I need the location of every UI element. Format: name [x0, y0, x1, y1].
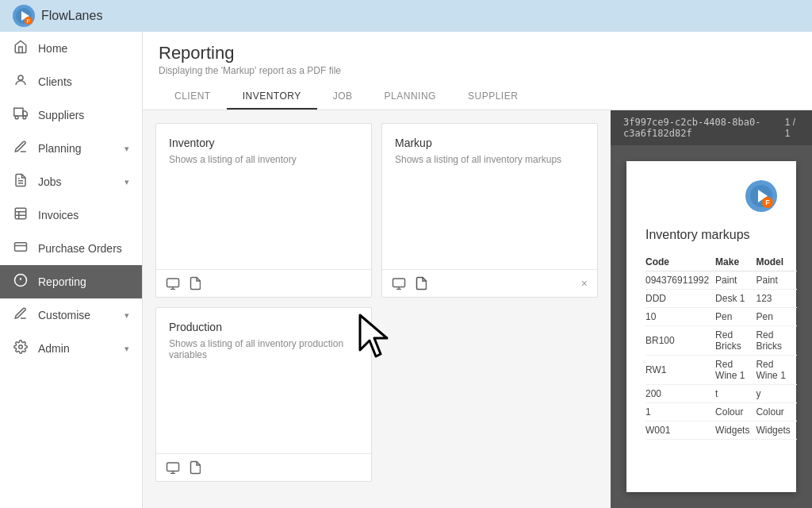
jobs-chevron-icon: ▾ [124, 177, 129, 187]
svg-rect-25 [393, 279, 405, 287]
jobs-icon [13, 173, 29, 190]
sidebar-label-purchase-orders: Purchase Orders [38, 242, 122, 255]
report-card-markup-footer: × [382, 269, 597, 297]
pdf-toolbar: 3f997ce9-c2cb-4408-8ba0-c3a6f182d82f 1 /… [611, 110, 812, 145]
report-card-markup-body: Markup Shows a listing of all inventory … [382, 124, 597, 269]
main-layout: Home Clients Suppliers [0, 32, 812, 508]
reports-area: Inventory Shows a listing of all invento… [143, 110, 812, 508]
report-card-production-body: Production Shows a listing of all invent… [156, 308, 371, 453]
tab-supplier[interactable]: SUPPLIER [452, 84, 534, 110]
markup-close-button[interactable]: × [581, 277, 588, 290]
clients-icon [13, 73, 29, 90]
app-logo[interactable]: F FlowLanes [13, 5, 102, 27]
report-card-markup: Markup Shows a listing of all inventory … [381, 123, 598, 298]
table-row: BR100Red BricksRed Bricks [645, 326, 797, 356]
planning-chevron-icon: ▾ [124, 144, 129, 154]
page-subtitle: Displaying the 'Markup' report as a PDF … [159, 65, 796, 76]
report-card-inventory-footer [156, 269, 371, 297]
inventory-monitor-button[interactable] [166, 277, 180, 290]
pdf-content[interactable]: F Inventory markups Code Make Model [611, 145, 812, 508]
report-card-production-title: Production [169, 321, 358, 333]
svg-rect-22 [167, 279, 179, 287]
table-row: 094376911992PaintPaint [645, 271, 797, 290]
sidebar: Home Clients Suppliers [0, 32, 143, 508]
sidebar-label-admin: Admin [38, 342, 70, 355]
logo-icon: F [13, 5, 35, 27]
pdf-col-model: Model [756, 253, 796, 271]
svg-text:F: F [765, 198, 770, 206]
report-card-markup-title: Markup [395, 137, 584, 149]
sidebar-item-invoices[interactable]: Invoices [0, 198, 142, 232]
table-row: W001WidgetsWidgets [645, 421, 797, 440]
table-row: 200ty [645, 385, 797, 403]
table-row: DDDDesk 1123 [645, 290, 797, 308]
topbar: F FlowLanes [0, 0, 812, 32]
table-row: RW1Red Wine 1Red Wine 1 [645, 356, 797, 385]
svg-point-5 [18, 75, 23, 80]
report-card-production-footer [156, 453, 371, 481]
sidebar-item-admin[interactable]: Admin ▾ [0, 332, 142, 365]
svg-rect-6 [14, 108, 23, 116]
admin-icon [13, 340, 29, 357]
admin-chevron-icon: ▾ [124, 344, 129, 354]
sidebar-item-customise[interactable]: Customise ▾ [0, 298, 142, 332]
sidebar-item-planning[interactable]: Planning ▾ [0, 132, 142, 165]
report-card-inventory-body: Inventory Shows a listing of all invento… [156, 124, 371, 269]
pdf-preview-panel: 3f997ce9-c2cb-4408-8ba0-c3a6f182d82f 1 /… [611, 110, 812, 508]
sidebar-label-jobs: Jobs [38, 175, 62, 188]
report-card-markup-desc: Shows a listing of all inventory markups [395, 154, 584, 165]
cards-panel: Inventory Shows a listing of all invento… [143, 110, 611, 508]
app-title: FlowLanes [41, 9, 102, 23]
sidebar-item-home[interactable]: Home [0, 32, 142, 65]
customise-icon [13, 306, 29, 324]
sidebar-item-reporting[interactable]: Reporting [0, 265, 142, 298]
production-monitor-button[interactable] [166, 461, 180, 474]
svg-rect-16 [15, 243, 27, 252]
table-row: 1ColourColour [645, 403, 797, 421]
svg-point-8 [15, 116, 18, 119]
sidebar-label-invoices: Invoices [38, 209, 79, 221]
sidebar-label-clients: Clients [38, 75, 72, 88]
sidebar-item-jobs[interactable]: Jobs ▾ [0, 165, 142, 198]
table-row: 10PenPen [645, 308, 797, 326]
production-file-button[interactable] [188, 460, 201, 475]
sidebar-label-planning: Planning [38, 142, 82, 155]
tab-job[interactable]: JOB [317, 84, 369, 110]
suppliers-icon [13, 106, 29, 124]
pdf-col-make: Make [715, 253, 756, 271]
sidebar-label-suppliers: Suppliers [38, 109, 84, 121]
tab-planning[interactable]: PLANNING [369, 84, 452, 110]
svg-rect-12 [15, 208, 26, 219]
pdf-report-title: Inventory markups [645, 228, 777, 242]
inventory-file-button[interactable] [188, 276, 201, 291]
svg-rect-28 [167, 463, 179, 471]
pdf-logo-area: F [645, 180, 777, 212]
report-card-inventory-title: Inventory [169, 137, 358, 149]
report-card-inventory-desc: Shows a listing of all inventory [169, 154, 358, 165]
customise-chevron-icon: ▾ [124, 310, 129, 321]
tab-client[interactable]: CLIENT [159, 84, 227, 110]
page-header: Reporting Displaying the 'Markup' report… [143, 32, 812, 110]
sidebar-item-clients[interactable]: Clients [0, 65, 142, 98]
sidebar-item-suppliers[interactable]: Suppliers [0, 98, 142, 132]
sidebar-label-reporting: Reporting [38, 275, 86, 288]
pdf-logo-icon: F [745, 180, 777, 212]
sidebar-label-home: Home [38, 42, 67, 55]
markup-monitor-button[interactable] [392, 277, 406, 290]
pdf-pages: 1 / 1 [785, 117, 799, 139]
invoices-icon [13, 206, 29, 224]
markup-file-button[interactable] [414, 276, 427, 291]
tabs-bar: CLIENT INVENTORY JOB PLANNING SUPPLIER [159, 84, 796, 110]
sidebar-label-customise: Customise [38, 309, 90, 321]
content-area: Reporting Displaying the 'Markup' report… [143, 32, 812, 508]
report-card-inventory: Inventory Shows a listing of all invento… [155, 123, 372, 298]
tab-inventory[interactable]: INVENTORY [227, 84, 317, 110]
sidebar-item-purchase-orders[interactable]: Purchase Orders [0, 232, 142, 265]
purchase-orders-icon [13, 240, 29, 257]
pdf-table: Code Make Model 094376911992PaintPaintDD… [645, 253, 797, 440]
svg-marker-7 [23, 111, 27, 116]
planning-icon [13, 140, 29, 157]
svg-point-21 [19, 345, 23, 349]
report-card-production-desc: Shows a listing of all inventory product… [169, 338, 358, 360]
svg-point-9 [23, 116, 26, 119]
